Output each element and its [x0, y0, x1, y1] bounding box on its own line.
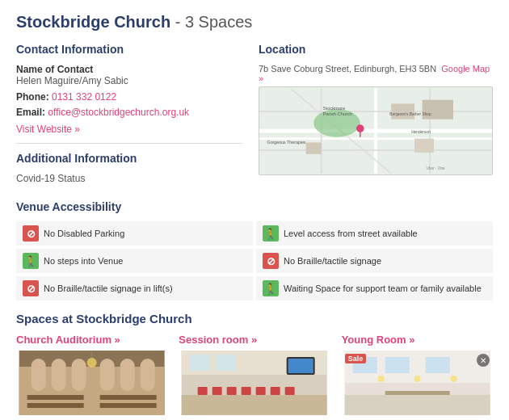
no-braille-lift-icon: ⊘ [23, 280, 39, 296]
space-card-3: Young Room » [342, 334, 493, 420]
contact-name-block: Name of Contact Helen Maguire/Amy Sabic [16, 64, 242, 86]
page-title: Stockbridge Church - 3 Spaces [16, 13, 493, 32]
access-text-5: No Braille/tactile signage in lift(s) [44, 284, 173, 293]
svg-rect-12 [414, 139, 434, 153]
svg-rect-44 [285, 387, 295, 395]
address-text: 7b Save Coburg Street, Edinburgh, EH3 5B… [259, 64, 436, 74]
divider-1 [16, 143, 242, 144]
access-item-4: ⊘ No Braille/tactile signage [256, 249, 493, 273]
accessibility-title: Venue Accessibility [16, 200, 493, 215]
email-label: Email: [16, 107, 45, 118]
email-link[interactable]: office@stockbridgechurch.org.uk [48, 107, 189, 118]
svg-point-20 [356, 124, 364, 132]
phone-label: Phone: [16, 91, 49, 103]
svg-rect-26 [72, 359, 86, 391]
svg-rect-51 [344, 395, 490, 415]
top-section: Contact Information Name of Contact Hele… [16, 43, 493, 192]
svg-rect-39 [212, 387, 222, 395]
svg-rect-13 [306, 142, 322, 153]
svg-text:Benjamin's Barber Shop: Benjamin's Barber Shop [389, 112, 431, 116]
contact-section: Contact Information Name of Contact Hele… [16, 43, 242, 192]
svg-rect-48 [190, 355, 210, 371]
svg-text:Stockmore: Stockmore [323, 106, 345, 111]
svg-rect-32 [100, 395, 157, 400]
svg-rect-41 [242, 387, 251, 395]
no-braille-icon: ⊘ [263, 253, 279, 269]
access-text-4: No Braille/tactile signage [284, 256, 381, 266]
additional-info-section: Additional Information Covid-19 Status [16, 152, 242, 184]
space-img-3: Sale ✕ [342, 351, 493, 415]
accessibility-grid: ⊘ No Disabled Parking 🚶 Level access fro… [16, 221, 493, 300]
no-steps-icon: 🚶 [23, 253, 39, 269]
svg-text:Gorgeous Therapies: Gorgeous Therapies [267, 140, 306, 145]
access-item-6: 🚶 Waiting Space for support team or fami… [256, 276, 493, 300]
visit-website-link[interactable]: Visit Website » [16, 124, 80, 135]
svg-rect-38 [198, 387, 208, 395]
access-item-2: 🚶 Level access from street available [256, 221, 493, 246]
svg-rect-24 [32, 359, 46, 391]
location-section: Location 7b Save Coburg Street, Edinburg… [259, 43, 493, 192]
access-text-2: Level access from street available [284, 229, 418, 238]
visit-link-row: Visit Website » [16, 123, 242, 135]
space-title-1[interactable]: Church Auditorium » [16, 334, 167, 346]
svg-rect-55 [425, 357, 449, 373]
svg-text:Henderson: Henderson [411, 130, 431, 134]
spaces-grid: Church Auditorium » [16, 334, 493, 420]
additional-title: Additional Information [16, 152, 242, 166]
waiting-space-icon: 🚶 [263, 280, 279, 296]
map-address: 7b Save Coburg Street, Edinburgh, EH3 5B… [259, 64, 493, 83]
location-title: Location [259, 43, 493, 57]
access-item-5: ⊘ No Braille/tactile signage in lift(s) [16, 276, 253, 300]
name-value: Helen Maguire/Amy Sabic [16, 75, 128, 86]
svg-rect-31 [27, 403, 84, 408]
phone-link[interactable]: 0131 332 0122 [52, 91, 116, 103]
access-item-1: ⊘ No Disabled Parking [16, 221, 253, 246]
svg-rect-47 [288, 359, 313, 373]
spaces-count: - 3 Spaces [175, 13, 253, 31]
svg-point-57 [414, 376, 420, 382]
svg-rect-27 [100, 359, 115, 391]
access-text-1: No Disabled Parking [44, 229, 124, 238]
space-card-1: Church Auditorium » [16, 334, 167, 420]
svg-text:Uber · One: Uber · One [426, 166, 445, 170]
spaces-title: Spaces at Stockbridge Church [16, 312, 493, 326]
email-row: Email: office@stockbridgechurch.org.uk [16, 107, 242, 118]
no-parking-icon: ⊘ [23, 225, 39, 242]
space-title-3[interactable]: Young Room » [342, 334, 493, 346]
svg-rect-59 [385, 391, 449, 395]
access-text-3: No steps into Venue [44, 256, 123, 266]
access-text-6: Waiting Space for support team or family… [284, 284, 482, 293]
svg-rect-30 [27, 395, 84, 400]
map-image: Stockmore Parish Church Benjamin's Barbe… [259, 86, 493, 175]
sale-badge: Sale [345, 354, 367, 363]
svg-rect-49 [216, 355, 236, 371]
venue-name: Stockbridge Church [16, 13, 170, 31]
covid-status-label: Covid-19 Status [16, 173, 242, 184]
svg-rect-43 [271, 387, 280, 395]
contact-title: Contact Information [16, 43, 242, 57]
name-label: Name of Contact [16, 64, 93, 75]
level-access-icon: 🚶 [263, 225, 279, 242]
space-img-2 [179, 351, 330, 415]
space-card-2: Session room » [179, 334, 330, 420]
page-container: Stockbridge Church - 3 Spaces Contact In… [0, 0, 509, 420]
svg-point-56 [377, 376, 384, 382]
svg-rect-54 [385, 357, 409, 373]
svg-point-34 [87, 358, 97, 368]
phone-row: Phone: 0131 332 0122 [16, 91, 242, 103]
space-title-2[interactable]: Session room » [179, 334, 330, 346]
svg-rect-33 [100, 403, 157, 408]
svg-rect-29 [141, 359, 155, 391]
svg-rect-40 [227, 387, 237, 395]
svg-text:Parish Church: Parish Church [323, 111, 352, 116]
svg-point-58 [450, 376, 456, 382]
accessibility-section: Venue Accessibility ⊘ No Disabled Parkin… [16, 200, 493, 300]
access-item-3: 🚶 No steps into Venue [16, 249, 253, 273]
svg-rect-11 [423, 100, 453, 120]
space-img-1 [16, 351, 167, 415]
svg-rect-28 [120, 359, 135, 391]
spaces-section: Spaces at Stockbridge Church Church Audi… [16, 312, 493, 420]
svg-rect-37 [182, 395, 327, 415]
close-badge[interactable]: ✕ [477, 354, 490, 367]
map-svg: Stockmore Parish Church Benjamin's Barbe… [259, 87, 492, 174]
